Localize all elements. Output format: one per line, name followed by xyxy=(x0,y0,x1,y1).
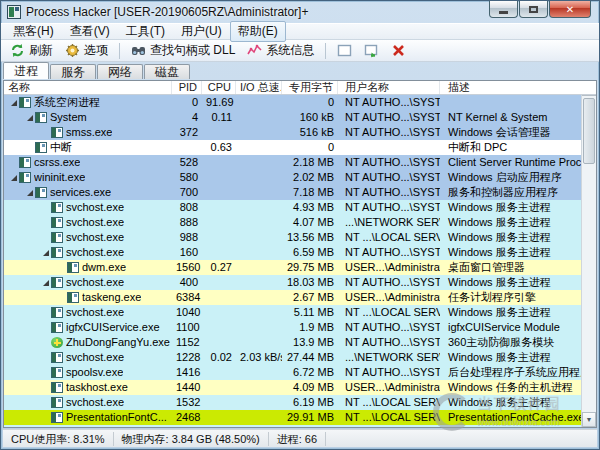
expander-icon[interactable] xyxy=(25,185,35,200)
tab-inactive[interactable]: 磁盘 xyxy=(144,64,190,79)
minimize-button[interactable] xyxy=(489,1,518,18)
column-header-cpu[interactable]: CPU xyxy=(202,81,236,94)
pid-cell: 400 xyxy=(172,275,202,290)
pid-cell: 1228 xyxy=(172,350,202,365)
expander-icon[interactable] xyxy=(9,170,19,185)
expander-icon[interactable] xyxy=(25,110,35,125)
table-row[interactable]: dwm.exe15600.2729.75 MBUSER...\Administr… xyxy=(4,260,581,275)
user-name-cell: NT AUTHO...\SYSTEM xyxy=(338,275,440,290)
pid-cell: 2468 xyxy=(172,410,202,425)
tab-active[interactable]: 进程 xyxy=(3,62,49,79)
360-shield-icon xyxy=(51,337,63,348)
column-header-description[interactable]: 描述 xyxy=(440,81,596,94)
table-row[interactable]: svchost.exe8084.93 MBNT AUTHO...\SYSTEMW… xyxy=(4,200,581,215)
expander-icon[interactable] xyxy=(41,275,51,290)
table-row[interactable]: svchost.exe1606.59 MBNT AUTHO...\SYSTEMW… xyxy=(4,245,581,260)
cpu-cell xyxy=(202,395,236,410)
window-pane-button[interactable] xyxy=(332,42,357,59)
menu-item[interactable]: 用户(U) xyxy=(173,21,230,42)
description-cell: 服务和控制器应用程序 xyxy=(440,185,581,200)
process-hacker-window: Process Hacker [USER-20190605RZ\Administ… xyxy=(0,0,600,450)
process-name-cell: svchost.exe xyxy=(4,215,172,230)
pid-cell: 1040 xyxy=(172,305,202,320)
vertical-scrollbar[interactable]: ▲ ▼ xyxy=(581,81,596,427)
tab-inactive[interactable]: 网络 xyxy=(97,64,143,79)
table-row[interactable]: ZhuDongFangYu.exe115213.9 MBNT AUTHO...\… xyxy=(4,335,581,350)
table-row[interactable]: services.exe7007.18 MBNT AUTHO...\SYSTEM… xyxy=(4,185,581,200)
pid-cell: 4 xyxy=(172,110,202,125)
column-header-private-bytes[interactable]: 专用字节 xyxy=(282,81,338,94)
menu-item[interactable]: 帮助(E) xyxy=(230,21,286,42)
cpu-cell xyxy=(202,170,236,185)
column-header-user[interactable]: 用户名称 xyxy=(338,81,440,94)
menu-item[interactable]: 黑客(H) xyxy=(5,21,62,42)
open-window-button[interactable] xyxy=(359,42,384,59)
pid-cell: 372 xyxy=(172,125,202,140)
binoculars-icon xyxy=(131,43,146,58)
menu-item[interactable]: 工具(T) xyxy=(118,21,173,42)
table-row[interactable]: csrss.exe5282.18 MBNT AUTHO...\SYSTEMCli… xyxy=(4,155,581,170)
expander-slot xyxy=(41,410,51,425)
table-row[interactable]: taskhost.exe14404.09 MBUSER...\Administr… xyxy=(4,380,581,395)
table-row[interactable]: svchost.exe15326.19 MBNT ...\LOCAL SERVI… xyxy=(4,395,581,410)
table-row[interactable]: svchost.exe12280.022.03 kB/s27.44 MB...\… xyxy=(4,350,581,365)
expander-icon[interactable] xyxy=(41,245,51,260)
process-icon xyxy=(67,262,79,273)
process-icon xyxy=(19,157,31,168)
table-row[interactable]: svchost.exe8884.07 MB...\NETWORK SERVICE… xyxy=(4,215,581,230)
system-info-button[interactable]: 系统信息 xyxy=(242,41,319,60)
tab-inactive[interactable]: 服务 xyxy=(50,64,96,79)
process-name: smss.exe xyxy=(66,125,112,140)
maximize-button[interactable] xyxy=(519,1,548,18)
table-row[interactable]: svchost.exe40018.03 MBNT AUTHO...\SYSTEM… xyxy=(4,275,581,290)
table-row[interactable]: smss.exe372516 kBNT AUTHO...\SYSTEMWindo… xyxy=(4,125,581,140)
process-name-cell: svchost.exe xyxy=(4,245,172,260)
description-cell: Windows 服务主进程 xyxy=(440,395,581,410)
table-row[interactable]: svchost.exe10405.11 MBNT ...\LOCAL SERVI… xyxy=(4,305,581,320)
find-handles-button[interactable]: 查找句柄或 DLL xyxy=(126,41,240,60)
private-bytes-cell: 516 kB xyxy=(282,125,338,140)
table-row[interactable]: 中断0.630中断和 DPC xyxy=(4,140,581,155)
table-row[interactable]: igfxCUIService.exe11001.9 MBNT AUTHO...\… xyxy=(4,320,581,335)
close-button[interactable]: ✕ xyxy=(549,1,591,18)
private-bytes-cell: 4.09 MB xyxy=(282,380,338,395)
scrollbar-thumb[interactable] xyxy=(583,98,595,164)
expander-slot xyxy=(41,335,51,350)
table-row[interactable]: System40.11160 kBNT AUTHO...\SYSTEMNT Ke… xyxy=(4,110,581,125)
menu-item[interactable]: 查看(V) xyxy=(62,21,118,42)
process-name-cell: svchost.exe xyxy=(4,200,172,215)
table-row[interactable]: svchost.exe xyxy=(4,425,581,427)
expander-slot xyxy=(41,365,51,380)
column-header-pid[interactable]: PID xyxy=(172,81,202,94)
terminate-button[interactable] xyxy=(386,42,411,59)
user-name-cell: NT AUTHO...\SYSTEM xyxy=(338,95,440,110)
process-name: svchost.exe xyxy=(66,305,124,320)
column-header-io[interactable]: I/O 总速... xyxy=(236,81,282,94)
system-info-label: 系统信息 xyxy=(266,42,314,59)
private-bytes-cell: 13.56 MB xyxy=(282,230,338,245)
cpu-cell xyxy=(202,410,236,425)
column-header-name[interactable]: 名称 xyxy=(4,81,172,94)
user-name-cell xyxy=(338,425,440,427)
table-row[interactable]: svchost.exe98813.56 MBNT ...\LOCAL SERVI… xyxy=(4,230,581,245)
expander-slot xyxy=(41,230,51,245)
io-rate-cell xyxy=(236,410,282,425)
process-hacker-logo-icon xyxy=(7,5,21,19)
description-cell: Windows 会话管理器 xyxy=(440,125,581,140)
scroll-down-button[interactable]: ▼ xyxy=(582,412,596,427)
process-name-cell: spoolsv.exe xyxy=(4,365,172,380)
table-row[interactable]: taskeng.exe63842.67 MBUSER...\Administra… xyxy=(4,290,581,305)
description-cell xyxy=(440,425,581,427)
options-button[interactable]: 选项 xyxy=(60,41,113,60)
expander-icon[interactable] xyxy=(9,95,19,110)
table-row[interactable]: spoolsv.exe14166.72 MBNT AUTHO...\SYSTEM… xyxy=(4,365,581,380)
refresh-button[interactable]: 刷新 xyxy=(5,41,58,60)
cpu-cell xyxy=(202,245,236,260)
description-cell: 任务计划程序引擎 xyxy=(440,290,581,305)
user-name-cell: NT AUTHO...\SYSTEM xyxy=(338,320,440,335)
description-cell: 桌面窗口管理器 xyxy=(440,260,581,275)
table-row[interactable]: wininit.exe5802.02 MBNT AUTHO...\SYSTEMW… xyxy=(4,170,581,185)
table-row[interactable]: PresentationFontC...246829.91 MBNT ...\L… xyxy=(4,410,581,425)
user-name-cell: NT AUTHO...\SYSTEM xyxy=(338,335,440,350)
table-row[interactable]: 系统空闲进程091.690NT AUTHO...\SYSTEM xyxy=(4,95,581,110)
